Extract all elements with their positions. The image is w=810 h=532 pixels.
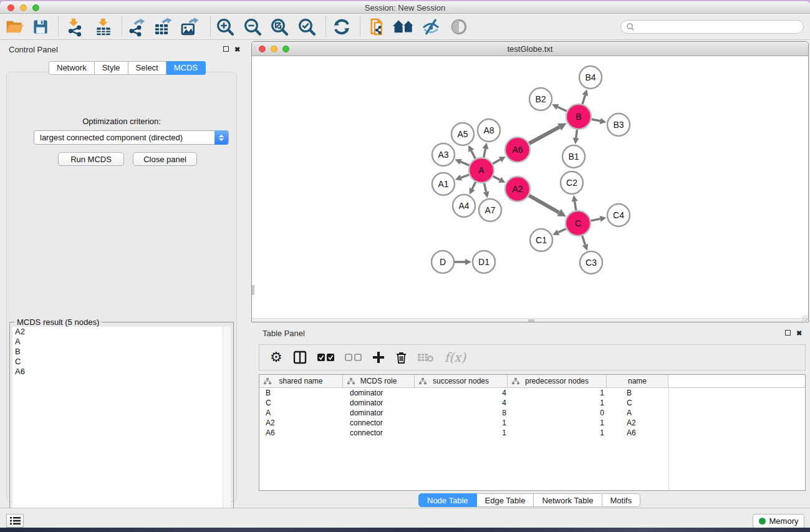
result-item[interactable]: C bbox=[12, 357, 231, 367]
graph-edge-B-B2[interactable] bbox=[557, 107, 567, 112]
select-stepper-icon[interactable] bbox=[215, 130, 228, 145]
criterion-value: largest connected component (directed) bbox=[40, 133, 183, 142]
network-canvas[interactable]: AA1A2A3A4A5A6A7A8BB1B2B3B4CC1C2C3C4DD1 bbox=[252, 57, 808, 318]
graph-edge-C-C4[interactable] bbox=[591, 219, 600, 221]
import-table-icon[interactable] bbox=[92, 16, 115, 38]
graph-edge-A-A3[interactable] bbox=[461, 162, 470, 165]
table-cell: dominator bbox=[343, 408, 415, 418]
graph-edge-A6-B[interactable] bbox=[529, 127, 559, 143]
open-session-icon[interactable] bbox=[3, 16, 27, 38]
graph-edge-arrowhead bbox=[600, 216, 607, 222]
graph-node-label: A bbox=[478, 165, 485, 175]
delete-row-icon[interactable] bbox=[395, 351, 407, 364]
settings-icon[interactable]: ⚙ bbox=[270, 349, 282, 365]
close-panel-icon[interactable]: ✖ bbox=[234, 46, 240, 54]
table-float-icon[interactable] bbox=[785, 329, 791, 337]
result-item[interactable]: A bbox=[12, 337, 231, 347]
export-network-icon[interactable] bbox=[125, 16, 148, 38]
table-row[interactable]: A2connector11A2 bbox=[259, 418, 805, 428]
run-mcds-button[interactable]: Run MCDS bbox=[58, 152, 124, 166]
mcds-result-title: MCDS result (5 nodes) bbox=[14, 317, 102, 327]
result-scrollbar[interactable] bbox=[223, 327, 231, 526]
graph-edge-A2-C[interactable] bbox=[529, 195, 559, 212]
mcds-result-list[interactable]: A2ABCA6 bbox=[12, 327, 231, 526]
node-table[interactable]: shared nameMCDS rolesuccessor nodesprede… bbox=[259, 374, 806, 491]
column-header-predecessor-nodes[interactable]: predecessor nodes bbox=[508, 375, 607, 387]
graph-edge-C-C3[interactable] bbox=[582, 236, 586, 245]
home-icon[interactable] bbox=[392, 16, 415, 38]
tab-style[interactable]: Style bbox=[95, 61, 128, 75]
zoom-fit-icon[interactable] bbox=[268, 16, 291, 38]
memory-button[interactable]: Memory bbox=[753, 514, 804, 528]
column-header-shared-name[interactable]: shared name bbox=[259, 375, 343, 387]
result-item[interactable]: A2 bbox=[12, 327, 231, 337]
refresh-layout-icon[interactable] bbox=[330, 16, 354, 38]
graph-edge-A-A6[interactable] bbox=[493, 160, 500, 164]
zoom-out-icon[interactable] bbox=[241, 16, 264, 38]
graph-node-label: A2 bbox=[512, 184, 523, 194]
graph-edge-A-A4[interactable] bbox=[472, 182, 476, 189]
graph-edge-B-B4[interactable] bbox=[582, 95, 585, 104]
tab-network[interactable]: Network bbox=[49, 61, 95, 75]
toolbar-separator bbox=[360, 17, 360, 37]
zoom-in-icon[interactable] bbox=[213, 16, 237, 38]
result-item[interactable]: B bbox=[12, 347, 231, 357]
criterion-select[interactable]: largest connected component (directed) bbox=[34, 130, 229, 145]
graph-edge-A-A5[interactable] bbox=[471, 151, 476, 159]
tab-node-table[interactable]: Node Table bbox=[418, 493, 477, 507]
column-header-name[interactable]: name bbox=[607, 375, 668, 387]
graph-edge-B-B1[interactable] bbox=[576, 130, 577, 138]
table-row[interactable]: Adominator80A bbox=[259, 408, 805, 418]
network-window-titlebar[interactable]: testGlobe.txt bbox=[252, 42, 808, 56]
export-image-icon[interactable] bbox=[178, 16, 201, 38]
search-box[interactable] bbox=[620, 20, 804, 34]
network-vertical-scrollthumb[interactable] bbox=[252, 285, 254, 295]
show-graphics-details-icon bbox=[447, 16, 471, 38]
float-panel-icon[interactable] bbox=[223, 46, 229, 53]
table-cell: 1 bbox=[508, 418, 607, 428]
table-cell: 8 bbox=[415, 408, 508, 418]
memory-label: Memory bbox=[769, 516, 799, 526]
export-table-icon[interactable] bbox=[151, 16, 175, 38]
resize-grip-icon[interactable] bbox=[802, 316, 808, 321]
search-input[interactable] bbox=[635, 22, 791, 31]
clone-network-icon[interactable] bbox=[365, 16, 389, 38]
close-panel-button[interactable]: Close panel bbox=[133, 152, 197, 166]
hide-graphics-details-icon[interactable] bbox=[419, 16, 443, 38]
graph-edge-B-B3[interactable] bbox=[592, 119, 600, 121]
task-history-button[interactable] bbox=[6, 514, 24, 528]
graph-edge-C-C2[interactable] bbox=[575, 201, 576, 211]
graph-edge-A-A8[interactable] bbox=[484, 148, 486, 157]
tab-edge-table[interactable]: Edge Table bbox=[477, 493, 534, 507]
graph-edge-arrowhead bbox=[582, 89, 589, 96]
network-window: testGlobe.txt AA1A2A3A4A5A6A7A8BB1B2B3B4… bbox=[251, 41, 809, 322]
tab-network-table[interactable]: Network Table bbox=[534, 493, 602, 507]
column-header-successor-nodes[interactable]: successor nodes bbox=[415, 375, 508, 387]
table-row[interactable]: Cdominator41C bbox=[259, 398, 805, 408]
table-row[interactable]: A6connector11A6 bbox=[259, 428, 805, 438]
tab-motifs[interactable]: Motifs bbox=[602, 493, 641, 507]
network-graph[interactable]: AA1A2A3A4A5A6A7A8BB1B2B3B4CC1C2C3C4DD1 bbox=[252, 57, 808, 318]
select-all-icon[interactable] bbox=[317, 354, 334, 362]
graph-edge-A-A2[interactable] bbox=[493, 177, 500, 180]
table-close-icon[interactable]: ✖ bbox=[796, 329, 802, 337]
table-toolbar: ⚙ f(x) bbox=[259, 344, 806, 370]
show-columns-icon[interactable] bbox=[293, 351, 307, 364]
graph-edge-A-A7[interactable] bbox=[484, 183, 486, 192]
graph-edge-C-C1[interactable] bbox=[558, 229, 566, 233]
column-header-MCDS-role[interactable]: MCDS role bbox=[343, 375, 415, 387]
tab-select[interactable]: Select bbox=[128, 61, 166, 75]
result-item[interactable]: A6 bbox=[12, 367, 231, 377]
table-row[interactable]: Bdominator41B bbox=[259, 388, 805, 398]
zoom-selected-icon[interactable] bbox=[295, 16, 319, 38]
graph-edge-arrowhead bbox=[465, 259, 471, 265]
save-session-icon[interactable] bbox=[29, 16, 52, 38]
network-horizontal-scrollthumb[interactable] bbox=[528, 319, 534, 322]
add-row-icon[interactable] bbox=[372, 351, 385, 364]
tab-mcds[interactable]: MCDS bbox=[166, 61, 206, 75]
import-network-icon[interactable] bbox=[63, 16, 87, 38]
graph-edge-A-A1[interactable] bbox=[461, 175, 469, 178]
list-icon bbox=[10, 516, 21, 525]
table-cell: C bbox=[259, 398, 343, 408]
deselect-all-icon[interactable] bbox=[345, 354, 362, 362]
